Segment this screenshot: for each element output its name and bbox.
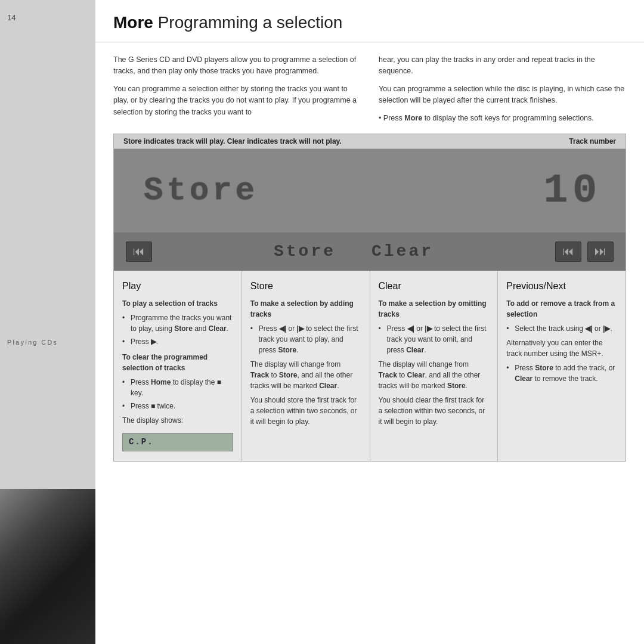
- next-track-icon[interactable]: ⏭: [587, 242, 614, 262]
- bullet-dot: •: [506, 323, 512, 334]
- body-text-section: The G Series CD and DVD players allow yo…: [95, 42, 644, 134]
- play-bullet2: Press ▶.: [131, 336, 158, 347]
- bullet-dot: •: [122, 336, 128, 347]
- play-body: To play a selection of tracks • Programm…: [122, 298, 233, 451]
- next-softkeys: ⏮ ⏭: [555, 242, 614, 262]
- bullet-dot: •: [506, 363, 512, 384]
- play-subtitle2: To clear the programmed selection of tra…: [122, 353, 208, 372]
- store-body: To make a selection by adding tracks • P…: [250, 298, 361, 427]
- body-p4: You can programme a selection while the …: [379, 83, 626, 107]
- header: More Programming a selection: [95, 0, 644, 42]
- prev-next-section: Previous/Next To add or remove a track f…: [498, 271, 626, 461]
- play-display-shows: The display shows:: [122, 415, 233, 426]
- play-bullet3: Press Home to display the ■ key.: [131, 377, 233, 398]
- sidebar: 14 Playing CDs: [0, 0, 95, 644]
- display-header: Store indicates track will play. Clear i…: [114, 134, 626, 149]
- prev-icon[interactable]: ⏮: [126, 242, 152, 262]
- play-display-box: C.P.: [122, 433, 233, 451]
- play-subtitle1: To play a selection of tracks: [122, 299, 218, 308]
- body-col-right: hear, you can play the tracks in any ord…: [379, 54, 626, 124]
- bullet-dot: •: [122, 401, 128, 411]
- prev-track-icon[interactable]: ⏮: [555, 242, 581, 262]
- clear-title: Clear: [379, 279, 490, 293]
- store-p2: You should store the first track for a s…: [250, 395, 361, 427]
- bullet-dot: •: [122, 312, 128, 334]
- prev-next-body: To add or remove a track from a selectio…: [506, 298, 617, 384]
- store-title: Store: [250, 279, 361, 293]
- store-section: Store To make a selection by adding trac…: [242, 271, 370, 461]
- clear-body: To make a selection by omitting tracks •…: [379, 298, 490, 427]
- bullet-dot: •: [122, 377, 128, 398]
- title-bold: More: [113, 13, 153, 32]
- main-content: More Programming a selection The G Serie…: [95, 0, 644, 644]
- body-p3: hear, you can play the tracks in any ord…: [379, 54, 626, 78]
- clear-subtitle1: To make a selection by omitting tracks: [379, 299, 487, 318]
- store-p1: The display will change from Track to St…: [250, 359, 361, 391]
- title-rest: Programming a selection: [153, 13, 342, 32]
- bullet-dot: •: [250, 323, 256, 355]
- display-header-left: Store indicates track will play. Clear i…: [123, 137, 342, 145]
- display-section: Store indicates track will play. Clear i…: [113, 134, 626, 271]
- play-section: Play To play a selection of tracks • Pro…: [114, 271, 242, 461]
- page-number: 14: [7, 11, 88, 22]
- body-p2: You can programme a selection either by …: [113, 83, 361, 118]
- clear-bullet1: Press ◀| or |▶ to select the first track…: [387, 323, 490, 355]
- section-label: Playing CDs: [7, 339, 58, 346]
- play-title: Play: [122, 279, 233, 293]
- softkey-store-label: Store: [274, 242, 336, 261]
- display-header-right: Track number: [569, 137, 616, 145]
- display-store-text: Store: [138, 172, 264, 209]
- prev-next-bullet2: Press Store to add the track, or Clear t…: [515, 363, 617, 384]
- store-bullet1: Press ◀| or |▶ to select the first track…: [259, 323, 361, 355]
- clear-p1: The display will change from Track to Cl…: [379, 359, 490, 391]
- store-subtitle1: To make a selection by adding tracks: [250, 299, 354, 318]
- prev-softkey: ⏮: [126, 242, 152, 262]
- bullet-dot: •: [379, 323, 385, 355]
- softkey-labels: Store Clear: [152, 242, 555, 261]
- clear-section: Clear To make a selection by omitting tr…: [370, 271, 499, 461]
- body-p1: The G Series CD and DVD players allow yo…: [113, 54, 361, 78]
- four-columns: Play To play a selection of tracks • Pro…: [113, 271, 626, 462]
- play-bullet1: Programme the tracks you want to play, u…: [131, 312, 233, 334]
- prev-next-subtitle1: To add or remove a track from a selectio…: [506, 299, 615, 318]
- clear-p2: You should clear the first track for a s…: [379, 395, 490, 427]
- page-title: More Programming a selection: [113, 13, 626, 32]
- body-p5: • Press More to display the soft keys fo…: [379, 113, 626, 124]
- body-col-left: The G Series CD and DVD players allow yo…: [113, 54, 361, 124]
- softkeys-row: ⏮ Store Clear ⏮ ⏭: [114, 233, 626, 271]
- display-screen: Store 10: [114, 149, 626, 233]
- prev-next-bullet1: Select the track using ◀| or |▶.: [515, 323, 612, 334]
- softkey-clear-label: Clear: [371, 242, 434, 261]
- prev-next-title: Previous/Next: [506, 279, 617, 293]
- prev-next-p1: Alternatively you can enter the track nu…: [506, 338, 617, 359]
- sidebar-image: [0, 489, 95, 644]
- display-track-number: 10: [543, 168, 602, 213]
- play-bullet4: Press ■ twice.: [131, 401, 175, 411]
